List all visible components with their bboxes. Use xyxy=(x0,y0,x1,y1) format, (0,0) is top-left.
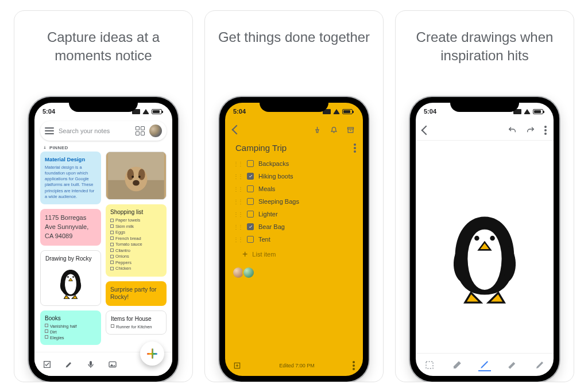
battery-icon xyxy=(152,109,162,114)
note-toolbar xyxy=(232,121,356,138)
wifi-icon xyxy=(524,109,531,114)
menu-icon[interactable] xyxy=(45,127,54,134)
checklist-item[interactable]: ⋮⋮Hiking boots xyxy=(233,170,356,183)
search-placeholder: Search your notes xyxy=(59,127,131,134)
checkbox[interactable] xyxy=(247,185,254,192)
checkbox[interactable] xyxy=(247,198,254,205)
note-books[interactable]: Books Vanishing half Dirt Elegies xyxy=(40,311,101,345)
checkbox[interactable] xyxy=(247,173,254,180)
drag-handle-icon[interactable]: ⋮⋮ xyxy=(233,173,242,180)
checklist-item-label: Backpacks xyxy=(258,160,289,167)
drawing-tools xyxy=(416,353,554,376)
checklist-item[interactable]: ⋮⋮Bear Bag xyxy=(233,220,356,233)
highlighter-tool-icon[interactable] xyxy=(533,359,546,371)
drag-handle-icon[interactable]: ⋮⋮ xyxy=(233,236,242,243)
headline: Create drawings when inspiration hits xyxy=(396,28,574,97)
wifi-icon xyxy=(333,109,340,114)
checkbox[interactable] xyxy=(247,211,254,218)
promo-card-1: Capture ideas at a moments notice 5:04 S… xyxy=(14,10,193,382)
note-shopping-list[interactable]: Shopping list Paper towels Skim milk Egg… xyxy=(106,204,167,277)
status-time: 5:04 xyxy=(424,108,436,115)
search-bar[interactable]: Search your notes xyxy=(40,121,167,141)
account-avatar[interactable] xyxy=(149,125,162,137)
note-title[interactable]: Camping Trip xyxy=(235,143,287,153)
back-icon[interactable] xyxy=(232,125,242,135)
headline: Get things done together xyxy=(209,28,379,97)
checklist-item[interactable]: ⋮⋮Sleeping Bags xyxy=(233,195,356,208)
drag-handle-icon[interactable]: ⋮⋮ xyxy=(233,186,242,192)
note-drawing[interactable]: Drawing by Rocky xyxy=(40,250,101,306)
more-icon[interactable] xyxy=(544,126,547,135)
add-list-item[interactable]: + List item xyxy=(232,246,356,259)
dog-photo-icon xyxy=(106,152,166,199)
penguin-drawing-icon xyxy=(53,265,88,300)
drag-handle-icon[interactable]: ⋮⋮ xyxy=(233,199,242,205)
svg-rect-10 xyxy=(90,361,92,366)
plus-icon xyxy=(147,348,157,359)
checkbox-icon[interactable] xyxy=(42,360,52,369)
edited-label: Edited 7:00 PM xyxy=(279,363,315,368)
checklist-item-label: Tent xyxy=(258,236,270,243)
drag-handle-icon[interactable]: ⋮⋮ xyxy=(233,211,242,218)
select-tool-icon[interactable] xyxy=(423,359,436,371)
more-icon[interactable] xyxy=(353,361,355,370)
note-surprise-party[interactable]: Surprise party for Rocky! xyxy=(106,281,167,306)
archive-icon[interactable] xyxy=(346,126,355,134)
checklist-item-label: Meals xyxy=(258,185,275,192)
svg-rect-12 xyxy=(348,127,354,129)
note-footer: Edited 7:00 PM xyxy=(225,361,363,370)
collaborators[interactable] xyxy=(234,266,356,279)
pin-icon xyxy=(42,146,47,150)
back-icon[interactable] xyxy=(421,125,431,135)
drawing-canvas[interactable] xyxy=(416,141,554,376)
status-time: 5:04 xyxy=(233,108,246,115)
fab-add-button[interactable] xyxy=(140,341,164,366)
pen-tool-icon[interactable] xyxy=(478,359,491,371)
checkbox[interactable] xyxy=(247,160,254,167)
battery-icon xyxy=(342,109,353,114)
checkbox[interactable] xyxy=(247,236,254,243)
more-icon[interactable] xyxy=(354,143,356,153)
checkbox[interactable] xyxy=(247,223,254,230)
collaborator-avatar[interactable] xyxy=(242,266,255,279)
brush-icon[interactable] xyxy=(64,360,74,369)
checklist-item[interactable]: ⋮⋮Backpacks xyxy=(233,157,356,170)
redo-icon[interactable] xyxy=(526,126,535,135)
note-photo[interactable] xyxy=(106,152,167,200)
pinned-section-header: PINNED xyxy=(34,144,172,152)
battery-icon xyxy=(533,109,543,114)
view-toggle-icon[interactable] xyxy=(136,126,145,135)
checklist-item-label: Lighter xyxy=(258,211,278,218)
drag-handle-icon[interactable]: ⋮⋮ xyxy=(233,161,242,167)
add-box-icon[interactable] xyxy=(233,362,241,370)
eraser-tool-icon[interactable] xyxy=(451,359,463,371)
wifi-icon xyxy=(142,109,149,114)
checklist-item-label: Bear Bag xyxy=(258,223,285,230)
phone-frame: 5:04 Search your notes PINNED xyxy=(29,97,178,382)
marker-tool-icon[interactable] xyxy=(506,359,519,371)
checklist-item[interactable]: ⋮⋮Lighter xyxy=(233,208,356,220)
checklist: ⋮⋮Backpacks⋮⋮Hiking boots⋮⋮Meals⋮⋮Sleepi… xyxy=(232,157,356,246)
note-items-house[interactable]: Items for House Runner for Kitchen xyxy=(106,311,167,335)
promo-card-2: Get things done together 5:04 xyxy=(204,10,384,382)
checklist-item[interactable]: ⋮⋮Tent xyxy=(233,233,356,246)
svg-rect-14 xyxy=(426,362,433,368)
notes-grid: Material Design Material design is a fou… xyxy=(34,152,172,345)
checklist-item-label: Sleeping Bags xyxy=(258,198,299,205)
note-material-design[interactable]: Material Design Material design is a fou… xyxy=(40,152,101,204)
image-icon[interactable] xyxy=(108,360,117,369)
checklist-item[interactable]: ⋮⋮Meals xyxy=(233,183,356,195)
drawing-toolbar xyxy=(416,120,554,141)
promo-card-3: Create drawings when inspiration hits 5:… xyxy=(395,10,574,382)
checklist-item-label: Hiking boots xyxy=(258,173,293,180)
phone-frame: 5:04 xyxy=(219,97,369,382)
undo-icon[interactable] xyxy=(508,126,517,135)
drag-handle-icon[interactable]: ⋮⋮ xyxy=(233,224,242,230)
note-address[interactable]: 1175 Borregas Ave Sunnyvale, CA 94089 xyxy=(40,209,101,246)
mic-icon[interactable] xyxy=(86,360,95,369)
status-time: 5:04 xyxy=(42,108,55,115)
pin-icon[interactable] xyxy=(313,126,322,134)
headline: Capture ideas at a moments notice xyxy=(14,28,192,97)
reminder-icon[interactable] xyxy=(330,126,338,134)
phone-frame: 5:04 xyxy=(410,97,559,382)
